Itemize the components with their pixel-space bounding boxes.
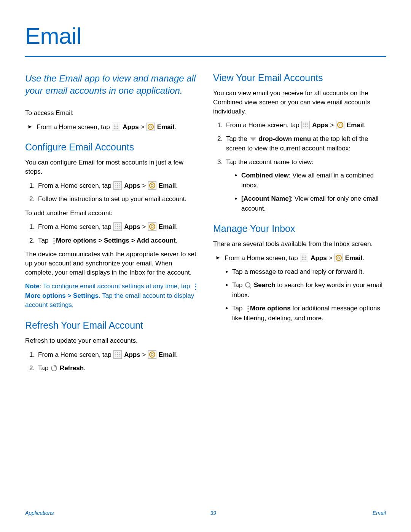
apps-grid-icon bbox=[113, 350, 122, 359]
b2b: Search bbox=[254, 281, 276, 289]
apps-label: Apps bbox=[124, 351, 140, 358]
period: . bbox=[84, 364, 86, 372]
add-step-2: Tap ⋮ More options > Settings > Add acco… bbox=[37, 236, 198, 246]
apps-label: Apps bbox=[124, 223, 140, 230]
apps-label: Apps bbox=[124, 182, 140, 189]
configure-steps: From a Home screen, tap Apps > Email. Fo… bbox=[25, 181, 198, 204]
s2a: Tap the bbox=[226, 135, 249, 142]
combined-label: Combined view bbox=[241, 172, 289, 179]
add-account-steps: From a Home screen, tap Apps > Email. Ta… bbox=[25, 222, 198, 245]
apps-label: Apps bbox=[312, 121, 328, 129]
access-label: To access Email: bbox=[25, 109, 198, 118]
email-label: Email bbox=[159, 182, 176, 189]
apps-grid-icon bbox=[112, 123, 120, 131]
step-text: From a Home screen, tap bbox=[37, 123, 112, 131]
manage-b1: Tap a message to read and reply or forwa… bbox=[232, 267, 386, 277]
more-options-icon: ⋮ bbox=[192, 285, 196, 288]
s2b: drop-down menu bbox=[258, 135, 311, 142]
step-text: From a Home screen, tap bbox=[225, 254, 299, 262]
search-icon bbox=[245, 282, 251, 288]
manage-b3: Tap ⋮ More options for additional messag… bbox=[232, 304, 386, 323]
email-swirl-icon bbox=[148, 181, 156, 190]
email-label: Email bbox=[347, 121, 364, 129]
email-swirl-icon bbox=[335, 254, 343, 262]
s3: Tap the account name to view: bbox=[226, 158, 314, 166]
view-step-2: Tap the drop-down menu at the top left o… bbox=[225, 134, 386, 153]
note-label: Note bbox=[25, 283, 40, 290]
configure-desc: You can configure Email for most account… bbox=[25, 158, 198, 176]
manage-desc: There are several tools available from t… bbox=[213, 240, 386, 249]
tap-prefix: Tap bbox=[38, 364, 50, 372]
period: . bbox=[174, 123, 176, 131]
period: . bbox=[176, 223, 178, 230]
configure-step-2: Follow the instructions to set up your e… bbox=[37, 194, 198, 204]
configure-step-1: From a Home screen, tap Apps > Email. bbox=[37, 181, 198, 191]
gt: > bbox=[140, 223, 148, 230]
email-swirl-icon bbox=[148, 222, 156, 231]
manage-b2: Tap Search to search for key words in yo… bbox=[232, 280, 386, 300]
content-columns: Use the Email app to view and manage all… bbox=[25, 72, 386, 378]
page-title: Email bbox=[25, 23, 386, 49]
view-step-1: From a Home screen, tap Apps > Email. bbox=[225, 120, 386, 130]
refresh-steps: From a Home screen, tap Apps > Email. Ta… bbox=[25, 350, 198, 373]
right-column: View Your Email Accounts You can view em… bbox=[213, 72, 386, 378]
period: . bbox=[176, 237, 178, 244]
email-label: Email bbox=[159, 223, 176, 230]
server-text: The device communicates with the appropr… bbox=[25, 250, 198, 277]
add-account-label: To add another Email account: bbox=[25, 209, 198, 218]
gt: > bbox=[140, 182, 148, 189]
left-column: Use the Email app to view and manage all… bbox=[25, 72, 198, 378]
refresh-step-2: Tap Refresh. bbox=[37, 363, 198, 373]
apps-label: Apps bbox=[311, 254, 327, 262]
configure-note: Note: To configure email account setting… bbox=[25, 282, 198, 310]
add-step-1: From a Home screen, tap Apps > Email. bbox=[37, 222, 198, 232]
configure-heading: Configure Email Accounts bbox=[25, 142, 198, 153]
refresh-heading: Refresh Your Email Account bbox=[25, 320, 198, 331]
refresh-desc: Refresh to update your email accounts. bbox=[25, 336, 198, 345]
b3a: Tap bbox=[232, 305, 244, 312]
view-steps: From a Home screen, tap Apps > Email. Ta… bbox=[213, 120, 386, 213]
note-part1: : To configure email account settings at… bbox=[40, 283, 192, 290]
step-text: From a Home screen, tap bbox=[226, 121, 301, 129]
manage-bullets: Tap a message to read and reply or forwa… bbox=[225, 267, 386, 323]
view-sublist: Combined view: View all email in a combi… bbox=[226, 171, 386, 213]
page-footer: Applications 39 Email bbox=[25, 510, 386, 516]
period: . bbox=[362, 254, 364, 262]
refresh-icon bbox=[51, 365, 57, 371]
email-label: Email bbox=[157, 123, 174, 131]
dropdown-icon bbox=[250, 137, 256, 141]
gt: > bbox=[139, 123, 146, 131]
manage-heading: Manage Your Inbox bbox=[213, 223, 386, 234]
step-text: From a Home screen, tap bbox=[38, 182, 113, 189]
email-swirl-icon bbox=[147, 123, 155, 131]
more-options-icon: ⋮ bbox=[50, 240, 54, 242]
b3b: More options bbox=[250, 305, 291, 312]
apps-grid-icon bbox=[300, 254, 308, 262]
step-text: From a Home screen, tap bbox=[38, 351, 113, 358]
view-heading: View Your Email Accounts bbox=[213, 72, 386, 83]
email-swirl-icon bbox=[148, 350, 156, 359]
gt: > bbox=[328, 121, 336, 129]
combined-view-item: Combined view: View all email in a combi… bbox=[241, 171, 386, 190]
period: . bbox=[364, 121, 366, 129]
gt: > bbox=[140, 351, 148, 358]
email-swirl-icon bbox=[336, 121, 344, 129]
apps-label: Apps bbox=[123, 123, 139, 131]
footer-page-number: 39 bbox=[210, 510, 216, 516]
b2a: Tap bbox=[232, 281, 244, 289]
title-rule bbox=[25, 56, 386, 57]
gt: > bbox=[327, 254, 334, 262]
tap-prefix: Tap bbox=[38, 237, 50, 244]
apps-grid-icon bbox=[113, 181, 122, 190]
intro-text: Use the Email app to view and manage all… bbox=[25, 72, 198, 97]
access-step: From a Home screen, tap Apps > Email. bbox=[25, 122, 198, 132]
period: . bbox=[176, 351, 178, 358]
footer-right: Email bbox=[373, 510, 386, 516]
refresh-step-1: From a Home screen, tap Apps > Email. bbox=[37, 350, 198, 360]
view-desc: You can view email you receive for all a… bbox=[213, 89, 386, 116]
more-options-icon: ⋮ bbox=[244, 307, 248, 310]
apps-grid-icon bbox=[301, 121, 310, 129]
email-label: Email bbox=[159, 351, 176, 358]
apps-grid-icon bbox=[113, 222, 122, 231]
refresh-label: Refresh bbox=[60, 364, 84, 372]
